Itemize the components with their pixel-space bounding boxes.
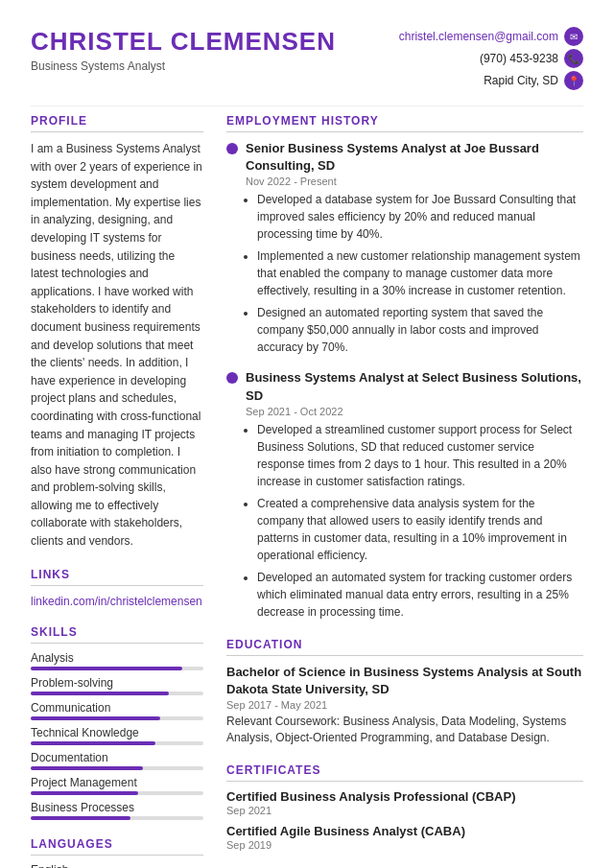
job-dates: Sep 2021 - Oct 2022 [226,406,583,417]
skill-bar-fill [31,791,138,795]
cert-block: Certified Agile Business Analyst (CABA) … [226,824,583,851]
candidate-name: CHRISTEL CLEMENSEN [31,27,336,57]
skill-bar-fill [31,741,155,745]
job-header: Senior Business Systems Analyst at Joe B… [226,140,583,175]
skill-bar-fill [31,816,130,820]
location-text: Rapid City, SD [484,74,558,87]
job-bullet: Implemented a new customer relationship … [257,247,583,299]
edu-details: Relevant Coursework: Business Analysis, … [226,714,583,746]
skills-section-title: SKILLS [31,625,203,644]
job-bullet: Designed an automated reporting system t… [257,304,583,356]
skill-name: Communication [31,701,203,715]
certificates-section-title: CERTIFICATES [226,763,583,782]
language-item: English [31,863,203,868]
job-bullet: Created a comprehensive data analysis sy… [257,495,583,564]
header: CHRISTEL CLEMENSEN Business Systems Anal… [0,0,614,106]
job-title: Senior Business Systems Analyst at Joe B… [246,140,583,175]
skill-item: Communication [31,701,203,720]
skill-name: Business Processes [31,801,203,814]
linkedin-link-item: linkedin.com/in/christelclemensen [31,594,203,608]
job-bullets: Developed a streamlined customer support… [226,421,583,621]
email-icon: ✉ [564,27,583,46]
job-dot [226,372,238,384]
job-bullet: Developed a streamlined customer support… [257,421,583,490]
job-dot [226,143,238,154]
edu-dates: Sep 2017 - May 2021 [226,699,583,711]
job-bullet: Developed a database system for Joe Buss… [257,191,583,243]
edu-title: Bachelor of Science in Business Systems … [226,664,583,698]
languages-section-title: LANGUAGES [31,837,203,856]
header-divider [31,106,583,106]
skill-item: Technical Knowledge [31,726,203,745]
skill-item: Analysis [31,651,203,670]
links-section-title: LINKS [31,568,203,586]
skill-name: Documentation [31,751,203,764]
skill-bar-fill [31,667,182,670]
location-icon: 📍 [564,71,583,90]
job-header: Business Systems Analyst at Select Busin… [226,369,583,404]
linkedin-link[interactable]: linkedin.com/in/christelclemensen [31,595,202,608]
certificates-list: Certified Business Analysis Professional… [226,789,583,851]
resume-container: CHRISTEL CLEMENSEN Business Systems Anal… [0,0,614,868]
skill-item: Business Processes [31,801,203,820]
candidate-title: Business Systems Analyst [31,59,336,73]
skill-bar-bg [31,716,203,720]
body: PROFILE I am a Business Systems Analyst … [0,114,614,868]
skill-bar-fill [31,692,169,695]
cert-date: Sep 2021 [226,805,583,816]
skill-name: Problem-solving [31,676,203,690]
skill-bar-fill [31,766,143,770]
education-section-title: EDUCATION [226,638,583,656]
skill-item: Documentation [31,751,203,770]
email-contact: christel.clemensen@gmail.com ✉ [399,27,583,46]
skill-name: Analysis [31,651,203,665]
job-title: Business Systems Analyst at Select Busin… [246,369,583,404]
education-list: Bachelor of Science in Business Systems … [226,664,583,746]
header-right: christel.clemensen@gmail.com ✉ (970) 453… [399,27,583,90]
skill-name: Project Management [31,776,203,789]
jobs-list: Senior Business Systems Analyst at Joe B… [226,140,583,621]
profile-section-title: PROFILE [31,114,203,132]
skill-bar-bg [31,741,203,745]
right-column: EMPLOYMENT HISTORY Senior Business Syste… [226,114,583,868]
job-bullets: Developed a database system for Joe Buss… [226,191,583,356]
job-bullet: Developed an automated system for tracki… [257,569,583,621]
skill-bar-bg [31,791,203,795]
phone-text: (970) 453-9238 [480,52,558,65]
skill-bar-bg [31,816,203,820]
job-block: Business Systems Analyst at Select Busin… [226,369,583,620]
cert-title: Certified Business Analysis Professional… [226,789,583,804]
job-block: Senior Business Systems Analyst at Joe B… [226,140,583,356]
profile-text: I am a Business Systems Analyst with ove… [31,140,203,551]
left-column: PROFILE I am a Business Systems Analyst … [31,114,203,868]
header-left: CHRISTEL CLEMENSEN Business Systems Anal… [31,27,336,73]
skill-bar-bg [31,766,203,770]
employment-section-title: EMPLOYMENT HISTORY [226,114,583,132]
cert-date: Sep 2019 [226,839,583,851]
phone-icon: 📞 [564,49,583,68]
job-dates: Nov 2022 - Present [226,176,583,187]
skill-bar-bg [31,667,203,670]
education-block: Bachelor of Science in Business Systems … [226,664,583,746]
skill-item: Project Management [31,776,203,795]
skill-bar-bg [31,692,203,695]
cert-block: Certified Business Analysis Professional… [226,789,583,816]
email-link[interactable]: christel.clemensen@gmail.com [399,30,558,43]
skill-name: Technical Knowledge [31,726,203,739]
cert-title: Certified Agile Business Analyst (CABA) [226,824,583,838]
skill-item: Problem-solving [31,676,203,695]
skills-list: Analysis Problem-solving Communication T… [31,651,203,820]
skill-bar-fill [31,716,160,720]
phone-contact: (970) 453-9238 📞 [480,49,583,68]
location-contact: Rapid City, SD 📍 [484,71,583,90]
